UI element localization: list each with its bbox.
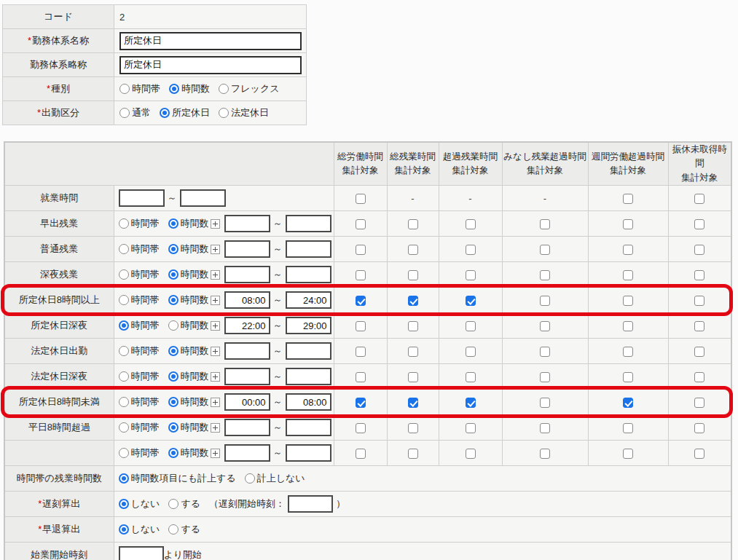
legal-holiday-late-night-flag-checkbox-1[interactable] — [408, 372, 418, 382]
early-overtime-from-input[interactable] — [224, 215, 270, 232]
expand-icon[interactable] — [211, 398, 220, 407]
early-overtime-mode-option-0[interactable]: 時間帯 — [119, 217, 160, 230]
normal-overtime-mode-option-1[interactable]: 時間数 — [168, 242, 209, 256]
scheduled-holiday-under-8h-flag-checkbox-5[interactable] — [694, 398, 704, 408]
early-overtime-mode-option-1-radio-icon[interactable] — [168, 218, 178, 229]
normal-overtime-mode-option-0-radio-icon[interactable] — [119, 244, 129, 254]
expand-icon[interactable] — [211, 270, 220, 280]
type-option-2[interactable]: フレックス — [219, 82, 280, 95]
scheduled-holiday-late-night-flag-checkbox-1[interactable] — [408, 321, 418, 331]
scheduled-holiday-8h-over-flag-checkbox-1[interactable] — [408, 296, 418, 306]
type-option-1-radio-icon[interactable] — [169, 84, 179, 94]
scheduled-holiday-8h-over-to-input[interactable] — [286, 291, 331, 309]
early-overtime-mode-option-1[interactable]: 時間数 — [168, 217, 209, 230]
weekday-over-8h-flag-checkbox-5[interactable] — [694, 423, 704, 433]
extra-slot-flag-checkbox-5[interactable] — [694, 449, 704, 459]
type-option-0[interactable]: 時間帯 — [119, 82, 160, 95]
legal-holiday-late-night-flag-checkbox-4[interactable] — [623, 372, 633, 382]
late-night-overtime-mode-option-1[interactable]: 時間数 — [168, 268, 209, 281]
extra-slot-flag-checkbox-1[interactable] — [408, 449, 418, 459]
legal-holiday-late-night-mode-option-0-radio-icon[interactable] — [119, 371, 129, 382]
early-overtime-flag-checkbox-2[interactable] — [466, 219, 476, 229]
normal-overtime-flag-checkbox-3[interactable] — [540, 245, 550, 255]
early-leave-calc-option-1-radio-icon[interactable] — [168, 524, 178, 535]
normal-overtime-mode-option-0[interactable]: 時間帯 — [119, 242, 160, 256]
extra-slot-flag-checkbox-0[interactable] — [356, 449, 366, 459]
weekday-over-8h-flag-checkbox-3[interactable] — [540, 423, 550, 433]
extra-slot-mode-option-1[interactable]: 時間数 — [168, 446, 209, 460]
scheduled-holiday-8h-over-mode-option-0[interactable]: 時間帯 — [119, 293, 160, 307]
legal-holiday-late-night-to-input[interactable] — [286, 368, 331, 385]
early-leave-calc-option-0[interactable]: しない — [119, 523, 160, 536]
expand-icon[interactable] — [211, 245, 220, 254]
extra-slot-mode-option-1-radio-icon[interactable] — [168, 448, 178, 458]
early-overtime-flag-checkbox-4[interactable] — [623, 219, 633, 229]
scheduled-holiday-late-night-flag-checkbox-2[interactable] — [466, 321, 476, 331]
late-night-overtime-flag-checkbox-2[interactable] — [466, 270, 476, 280]
extra-slot-mode-option-0[interactable]: 時間帯 — [119, 446, 160, 460]
late-arrival-calc-option-1[interactable]: する — [168, 497, 200, 510]
weekday-over-8h-to-input[interactable] — [286, 419, 331, 436]
normal-overtime-mode-option-1-radio-icon[interactable] — [168, 244, 178, 254]
expand-icon[interactable] — [211, 347, 220, 356]
late-night-overtime-flag-checkbox-4[interactable] — [623, 270, 633, 280]
legal-holiday-work-mode-option-0[interactable]: 時間帯 — [119, 344, 160, 358]
late-arrival-calc-option-1-radio-icon[interactable] — [168, 499, 178, 509]
legal-holiday-work-flag-checkbox-1[interactable] — [408, 347, 418, 357]
early-overtime-mode-option-0-radio-icon[interactable] — [119, 218, 129, 229]
legal-holiday-late-night-mode-option-0[interactable]: 時間帯 — [119, 370, 160, 383]
legal-holiday-late-night-mode-option-1[interactable]: 時間数 — [168, 370, 209, 383]
scheduled-holiday-late-night-flag-checkbox-0[interactable] — [356, 321, 366, 331]
working-hours-flag-checkbox-0[interactable] — [356, 194, 366, 204]
timezone-overtime-count-option-1[interactable]: 計上しない — [245, 472, 305, 485]
normal-overtime-to-input[interactable] — [286, 240, 331, 258]
legal-holiday-late-night-flag-checkbox-3[interactable] — [540, 372, 550, 382]
legal-holiday-late-night-from-input[interactable] — [224, 368, 270, 385]
weekday-over-8h-flag-checkbox-4[interactable] — [623, 423, 633, 433]
late-arrival-calc-option-0-radio-icon[interactable] — [119, 499, 129, 509]
scheduled-holiday-under-8h-to-input[interactable] — [286, 393, 331, 411]
scheduled-holiday-late-night-mode-option-1[interactable]: 時間数 — [168, 319, 209, 332]
legal-holiday-work-mode-option-1[interactable]: 時間数 — [168, 344, 209, 358]
expand-icon[interactable] — [211, 372, 220, 382]
legal-holiday-work-mode-option-0-radio-icon[interactable] — [119, 346, 129, 356]
system-abbr-input[interactable] — [119, 56, 302, 74]
legal-holiday-work-flag-checkbox-3[interactable] — [540, 347, 550, 357]
late-night-overtime-flag-checkbox-3[interactable] — [540, 270, 550, 280]
scheduled-holiday-under-8h-flag-checkbox-3[interactable] — [540, 398, 550, 408]
early-overtime-flag-checkbox-3[interactable] — [540, 219, 550, 229]
expand-icon[interactable] — [211, 423, 220, 433]
normal-overtime-from-input[interactable] — [224, 240, 270, 258]
working-hours-flag-checkbox-4[interactable] — [623, 194, 633, 204]
extra-slot-flag-checkbox-2[interactable] — [466, 449, 476, 459]
scheduled-holiday-under-8h-flag-checkbox-4[interactable] — [623, 398, 633, 408]
scheduled-holiday-8h-over-flag-checkbox-2[interactable] — [466, 296, 476, 306]
late-night-overtime-flag-checkbox-5[interactable] — [694, 270, 704, 280]
scheduled-holiday-8h-over-mode-option-0-radio-icon[interactable] — [119, 295, 129, 305]
normal-overtime-flag-checkbox-1[interactable] — [408, 245, 418, 255]
scheduled-holiday-late-night-to-input[interactable] — [286, 317, 331, 334]
expand-icon[interactable] — [211, 296, 220, 305]
weekday-over-8h-from-input[interactable] — [224, 419, 270, 436]
type-option-1[interactable]: 時間数 — [169, 82, 210, 95]
normal-overtime-flag-checkbox-5[interactable] — [694, 245, 704, 255]
scheduled-holiday-late-night-flag-checkbox-5[interactable] — [694, 321, 704, 331]
normal-overtime-flag-checkbox-2[interactable] — [466, 245, 476, 255]
attendance-category-option-1[interactable]: 所定休日 — [160, 106, 210, 119]
weekday-over-8h-mode-option-0[interactable]: 時間帯 — [119, 421, 160, 434]
extra-slot-flag-checkbox-3[interactable] — [540, 449, 550, 459]
late-night-overtime-to-input[interactable] — [286, 266, 331, 283]
working-hours-flag-checkbox-5[interactable] — [694, 194, 704, 204]
scheduled-holiday-under-8h-flag-checkbox-0[interactable] — [356, 398, 366, 408]
extra-slot-to-input[interactable] — [286, 444, 331, 462]
legal-holiday-work-flag-checkbox-2[interactable] — [466, 347, 476, 357]
attendance-category-option-2[interactable]: 法定休日 — [219, 106, 269, 119]
attendance-category-option-1-radio-icon[interactable] — [160, 108, 170, 118]
expand-icon[interactable] — [211, 321, 220, 331]
late-arrival-calc-option-0[interactable]: しない — [119, 497, 160, 510]
legal-holiday-late-night-flag-checkbox-5[interactable] — [694, 372, 704, 382]
extra-slot-flag-checkbox-4[interactable] — [623, 449, 633, 459]
working-hours-from-input[interactable] — [119, 189, 165, 207]
scheduled-holiday-8h-over-from-input[interactable] — [224, 291, 270, 309]
weekday-over-8h-mode-option-1[interactable]: 時間数 — [168, 421, 209, 434]
